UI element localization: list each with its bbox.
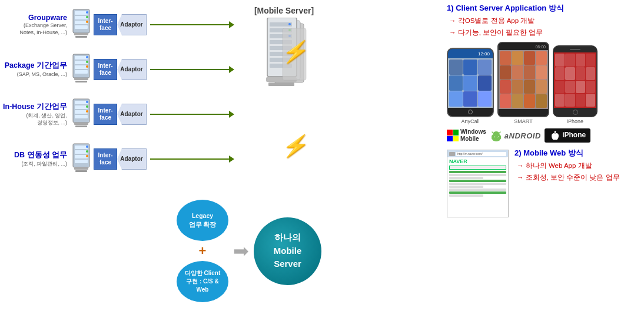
groupware-server-icon (71, 8, 92, 41)
app-icon (500, 80, 511, 94)
server-row-groupware: Groupware (Exchange Server,Notes, In-Hou… (3, 8, 230, 42)
phone2-bottombar (499, 109, 548, 116)
svg-point-38 (86, 150, 88, 153)
svg-rect-4 (75, 25, 88, 29)
svg-rect-64 (499, 135, 501, 139)
section2-text: 2) Mobile Web 방식 → 하나의 Web App 개발 → 조회성,… (514, 148, 620, 219)
svg-rect-34 (75, 160, 88, 163)
client-circle-text: 다양한 Client 구현 : C/S & Web (185, 269, 221, 294)
app-icon (576, 94, 585, 107)
db-adaptor: Adaptor (117, 148, 147, 170)
section1-bullets: → 각OS별로 전용 App 개발 → 다기능, 보안이 필요한 업무 (447, 15, 641, 38)
phone3-bottombar (554, 108, 596, 116)
app-icon (463, 60, 477, 75)
preview-line-green3 (449, 191, 506, 194)
app-icon (449, 91, 463, 107)
svg-rect-21 (75, 101, 88, 104)
package-title: Package 기간업무 (3, 61, 67, 71)
inhouse-label: In-House 기간업무 (회계, 생산, 영업,경영정보, ...) (3, 102, 71, 126)
server-row-db: DB 연동성 업무 (조직, 파일관리, ...) In (3, 142, 230, 176)
two-circles-stack: Legacy 업무 확장 + 다양한 Client 구현 : C/S & Web (177, 200, 228, 302)
section2: http://m.naver.com/ NAVER (447, 148, 641, 219)
web-preview: http://m.naver.com/ NAVER (447, 150, 509, 217)
windows-mobile-logo: WindowsMobile (447, 128, 486, 143)
app-icon (524, 80, 535, 94)
app-icon (565, 94, 575, 107)
svg-rect-25 (74, 123, 88, 125)
flag-quad4 (453, 136, 459, 142)
app-icon (524, 94, 535, 108)
app-icon (555, 67, 565, 80)
package-ia-box: Inter-face Adaptor (94, 59, 147, 80)
svg-rect-33 (75, 155, 88, 158)
svg-rect-22 (75, 105, 88, 109)
svg-point-39 (86, 155, 88, 157)
db-ia-box: Inter-face Adaptor (94, 148, 147, 170)
phone1-bottombar (448, 108, 493, 116)
section1-bullet-1: → 각OS별로 전용 App 개발 (449, 15, 641, 27)
svg-rect-26 (75, 125, 87, 127)
preview-line-green2 (449, 180, 506, 182)
svg-rect-24 (75, 115, 88, 118)
app-icon (463, 75, 477, 91)
app-icon (463, 91, 477, 107)
platforms-row: WindowsMobile aNDROID (447, 128, 641, 143)
browser-bar: http://m.naver.com/ (447, 150, 508, 157)
phone-anycall: 12:00 (447, 48, 494, 124)
app-icon (512, 80, 523, 94)
windows-mobile-text: WindowsMobile (460, 128, 486, 143)
svg-rect-11 (75, 56, 88, 60)
package-connector (150, 69, 230, 70)
iphone-badge-text: iPhone (562, 131, 586, 139)
groupware-interface: Inter- face (94, 14, 117, 35)
lightning-bolt-upper: ⚡ (281, 41, 311, 62)
lightning-upper: ⚡ (283, 41, 309, 62)
speaker-bar (570, 49, 580, 50)
section2-title: 2) Mobile Web 방식 (514, 148, 620, 158)
svg-point-8 (86, 16, 88, 18)
preview-line-1 (449, 174, 506, 176)
svg-point-18 (86, 61, 88, 63)
app-icon (512, 51, 523, 65)
phone-anycall-label: AnyCall (447, 118, 494, 124)
apple-icon (549, 131, 559, 140)
app-icon (536, 94, 547, 108)
windows-flag-icon (447, 130, 459, 141)
svg-rect-13 (75, 65, 88, 69)
app-icon (478, 60, 492, 75)
iphone-badge: iPhone (545, 128, 590, 143)
url-text: http://m.naver.com/ (457, 152, 483, 156)
svg-rect-14 (75, 70, 88, 74)
android-logo: aNDROID (490, 129, 541, 142)
svg-point-66 (493, 131, 499, 135)
app-icon (536, 65, 547, 79)
phone2-time: 06:00 (535, 45, 546, 49)
naver-search-bar (449, 166, 506, 170)
phone-iphone-body (553, 45, 597, 117)
phone-smart-body: 06:00 (497, 42, 549, 117)
app-icon (478, 75, 492, 91)
app-icon (565, 67, 575, 80)
phone-anycall-body: 12:00 (447, 48, 494, 117)
groupware-ia-box: Inter- face Adaptor (94, 14, 147, 35)
preview-line-green (449, 171, 506, 173)
app-icon (586, 81, 595, 94)
mobile-server-label: [Mobile Server] (254, 6, 314, 15)
svg-rect-3 (75, 21, 88, 24)
app-icon (536, 51, 547, 65)
package-server-icon (71, 53, 92, 86)
app-icon (524, 51, 535, 65)
package-adaptor: Adaptor (117, 59, 147, 80)
app-icon (576, 81, 585, 94)
big-right-arrow: ➡ (233, 242, 249, 260)
preview-line-5 (449, 189, 506, 191)
section2-bullet-2: → 조회성, 보안 수준이 낮은 업무 (517, 172, 620, 184)
svg-point-19 (86, 65, 88, 68)
svg-rect-31 (75, 146, 88, 149)
groupware-adaptor: Adaptor (117, 14, 147, 35)
naver-logo-row: NAVER (449, 158, 506, 164)
package-interface: Inter-face (94, 59, 117, 80)
iphone-home-button (573, 110, 578, 115)
browser-btn1 (449, 152, 455, 156)
phones-area: 12:00 (447, 42, 641, 124)
